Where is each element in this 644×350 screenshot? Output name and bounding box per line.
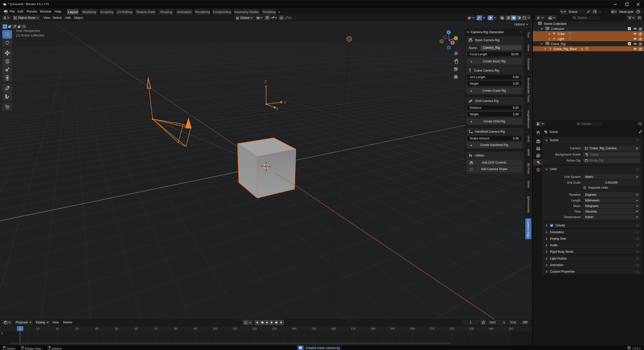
svg-text:250: 250 [508, 327, 513, 330]
svg-text:200: 200 [410, 327, 415, 330]
svg-text:150: 150 [311, 327, 316, 330]
svg-text:20: 20 [56, 327, 59, 330]
svg-text:240: 240 [489, 327, 493, 330]
svg-text:110: 110 [233, 327, 237, 330]
svg-text:1: 1 [630, 348, 631, 350]
svg-text:90: 90 [194, 327, 197, 330]
svg-text:Y: Y [455, 37, 457, 40]
svg-text:40: 40 [95, 327, 99, 330]
svg-text:1: 1 [19, 327, 21, 330]
svg-text:10: 10 [36, 327, 39, 330]
svg-text:70: 70 [154, 327, 158, 330]
svg-text:160: 160 [331, 327, 336, 330]
svg-text:210: 210 [430, 327, 434, 330]
svg-text:80: 80 [174, 327, 178, 330]
svg-text:140: 140 [291, 327, 296, 330]
svg-text:220: 220 [449, 327, 454, 330]
svg-text:120: 120 [252, 327, 257, 330]
svg-text:50: 50 [115, 327, 118, 330]
svg-text:170: 170 [351, 327, 355, 330]
svg-text:X: X [452, 41, 453, 44]
svg-text:Y: Y [284, 100, 286, 105]
svg-text:180: 180 [370, 327, 375, 330]
svg-text:X: X [276, 107, 278, 111]
svg-text:30: 30 [75, 327, 79, 330]
svg-text:100: 100 [212, 327, 217, 330]
svg-text:190: 190 [390, 327, 395, 330]
svg-text:3: 3 [582, 48, 583, 51]
svg-text:Z: Z [448, 31, 449, 34]
svg-text:60: 60 [135, 327, 138, 330]
svg-text:❯: ❯ [1, 332, 3, 335]
svg-text:Z: Z [265, 79, 267, 84]
svg-text:130: 130 [272, 327, 277, 330]
svg-text:230: 230 [469, 327, 474, 330]
